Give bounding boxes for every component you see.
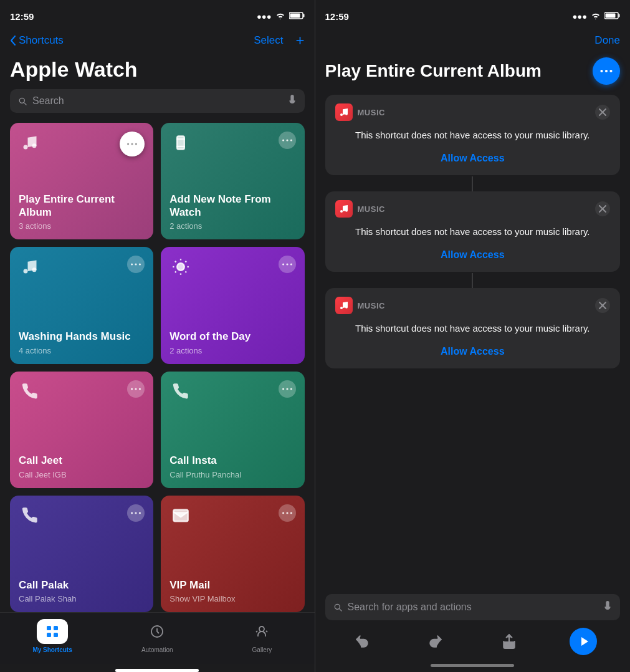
card-divider-2: [472, 273, 473, 288]
card-title-washing-hands: Washing Hands Music: [19, 330, 145, 343]
add-button[interactable]: +: [295, 32, 304, 49]
svg-point-15: [135, 264, 137, 266]
svg-point-4: [32, 143, 37, 148]
share-button[interactable]: [472, 633, 546, 650]
tab-label-automation: Automation: [141, 646, 173, 653]
undo-button[interactable]: [325, 633, 399, 650]
search-actions-input[interactable]: [348, 602, 598, 613]
card-title-call-jeet: Call Jeet: [19, 454, 145, 467]
shortcut-card-call-insta[interactable]: Call Insta Call Pruthu Panchal: [161, 372, 304, 488]
tab-my-shortcuts[interactable]: My Shortcuts: [0, 619, 105, 653]
svg-point-51: [600, 70, 603, 72]
svg-point-39: [282, 512, 284, 514]
back-label: Shortcuts: [19, 34, 64, 47]
right-page-title: Play Entire Current Album: [325, 61, 586, 81]
menu-btn-card1[interactable]: [120, 132, 145, 156]
tab-gallery[interactable]: Gallery: [209, 619, 314, 653]
allow-access-button-3[interactable]: Allow Access: [335, 343, 611, 360]
svg-point-37: [139, 512, 141, 514]
mail-icon-card8: [169, 504, 192, 527]
music-icon-card1: [19, 132, 41, 154]
card-title-vip-mail: VIP Mail: [169, 579, 295, 592]
menu-btn-card8[interactable]: [279, 504, 296, 522]
status-icons-left: ●●●: [257, 12, 305, 21]
phone-icon-card6: [169, 380, 192, 403]
ellipsis-menu-button[interactable]: [593, 57, 620, 85]
svg-rect-43: [54, 626, 58, 630]
select-button[interactable]: Select: [254, 34, 283, 47]
play-button[interactable]: [546, 628, 620, 655]
shortcut-card-add-note[interactable]: Add New Note From Watch 2 actions: [161, 123, 304, 239]
left-panel: 12:59 ●●● Shortcuts Select + Apple Watch: [0, 0, 315, 672]
music-permission-card-3: MUSIC This shortcut does not have access…: [325, 288, 621, 368]
shortcut-card-call-jeet[interactable]: Call Jeet Call Jeet IGB: [10, 372, 153, 488]
svg-rect-1: [303, 14, 304, 17]
svg-point-59: [345, 209, 348, 212]
shortcut-card-vip-mail[interactable]: VIP Mail Show VIP Mailbox: [161, 496, 304, 612]
phone-icon-card5: [19, 380, 41, 403]
card-title-call-palak: Call Palak: [19, 579, 145, 592]
svg-point-9: [282, 139, 284, 141]
status-icons-right: ●●●: [572, 12, 620, 21]
svg-point-62: [340, 307, 343, 309]
wifi-icon: [275, 12, 285, 21]
svg-point-28: [290, 264, 292, 266]
shortcut-card-play-entire[interactable]: Play Entire Current Album 3 actions: [10, 123, 153, 239]
close-card-2[interactable]: [595, 201, 610, 216]
tab-icon-gallery: [246, 619, 277, 644]
svg-rect-50: [606, 13, 616, 17]
close-card-3[interactable]: [595, 298, 610, 313]
right-nav-bar: Done: [315, 27, 631, 55]
svg-point-41: [290, 512, 292, 514]
bottom-actions: [315, 620, 631, 660]
card-title-add-note: Add New Note From Watch: [169, 193, 295, 219]
svg-point-12: [24, 269, 28, 274]
status-time-left: 12:59: [10, 11, 34, 22]
svg-point-16: [139, 264, 141, 266]
gallery-icon: [254, 624, 269, 639]
tab-label-my-shortcuts: My Shortcuts: [32, 646, 72, 653]
close-card-1[interactable]: [595, 105, 610, 120]
music-cards-container: MUSIC This shortcut does not have access…: [315, 95, 631, 587]
music-app-icon-2: [335, 200, 353, 218]
search-input-left[interactable]: [32, 95, 282, 107]
play-circle[interactable]: [570, 628, 597, 655]
svg-point-10: [286, 139, 288, 141]
tab-label-gallery: Gallery: [252, 646, 272, 653]
back-button[interactable]: Shortcuts: [10, 34, 64, 47]
svg-point-6: [131, 143, 133, 145]
redo-button[interactable]: [399, 633, 472, 650]
search-bottom: [325, 594, 621, 620]
search-bar-left: [10, 89, 305, 113]
shortcut-card-call-palak[interactable]: Call Palak Call Palak Shah: [10, 496, 153, 612]
shortcut-card-word-of-day[interactable]: Word of the Day 2 actions: [161, 247, 304, 363]
menu-btn-card6[interactable]: [279, 380, 296, 398]
tab-automation[interactable]: Automation: [105, 619, 209, 653]
music-label-row-3: MUSIC: [335, 297, 385, 314]
svg-point-13: [32, 267, 37, 272]
permission-text-2: This shortcut does not have access to yo…: [335, 225, 611, 238]
music-permission-card-2: MUSIC This shortcut does not have access…: [325, 191, 621, 272]
card-title-play-entire: Play Entire Current Album: [19, 193, 145, 219]
done-button[interactable]: Done: [594, 34, 620, 47]
svg-rect-42: [47, 626, 51, 630]
music-app-icon-3: [335, 297, 353, 314]
mic-icon-right: [603, 600, 613, 614]
svg-point-17: [177, 263, 184, 271]
permission-text-1: This shortcut does not have access to yo…: [335, 128, 611, 142]
menu-btn-card7[interactable]: [127, 504, 145, 522]
allow-access-button-2[interactable]: Allow Access: [335, 247, 611, 263]
music-icon-card3: [19, 256, 41, 278]
menu-btn-card4[interactable]: [279, 256, 296, 273]
menu-btn-card3[interactable]: [127, 256, 145, 273]
tab-bar: My Shortcuts Automation Gallery: [0, 612, 315, 664]
shortcut-card-washing-hands[interactable]: Washing Hands Music 4 actions: [10, 247, 153, 363]
svg-point-40: [286, 512, 288, 514]
svg-point-52: [605, 70, 608, 72]
card-subtitle-add-note: 2 actions: [169, 221, 295, 231]
allow-access-button-1[interactable]: Allow Access: [335, 150, 611, 166]
menu-btn-card5[interactable]: [127, 380, 145, 398]
menu-btn-card2[interactable]: [279, 132, 296, 149]
card-divider-1: [472, 176, 473, 191]
svg-point-58: [340, 210, 343, 213]
